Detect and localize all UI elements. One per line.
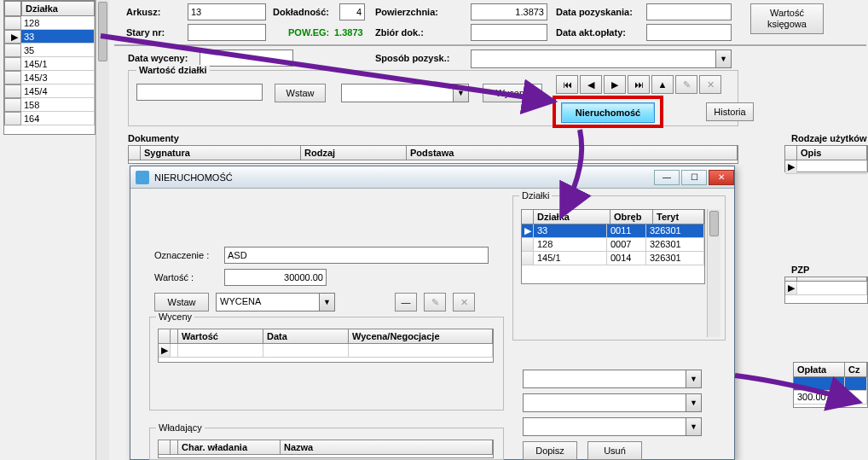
chevron-down-icon[interactable]: ▼ <box>715 50 731 67</box>
wartosc-ksiegowa-button[interactable]: Wartość księgowa <box>750 3 824 34</box>
parcel-row[interactable]: 158 <box>21 98 95 112</box>
dialog-wstaw-button[interactable]: Wstaw <box>154 293 209 312</box>
wartosc-input[interactable] <box>224 269 327 286</box>
arkusz-input[interactable] <box>188 3 266 20</box>
col-data[interactable]: Data <box>263 329 349 344</box>
data-akt-label: Data akt.opłaty: <box>556 27 626 38</box>
close-button[interactable]: ✕ <box>709 170 734 185</box>
col-obreb[interactable]: Obręb <box>610 210 653 224</box>
powierzchnia-input[interactable] <box>471 3 547 20</box>
col-cz[interactable]: Cz <box>845 363 867 377</box>
poweg-label: POW.EG: <box>288 27 329 38</box>
dialog-combo-3[interactable]: ▼ <box>523 417 702 436</box>
grid-corner <box>522 210 534 224</box>
wladajacy-group-label: Władający <box>156 422 205 433</box>
parcel-scrollbar[interactable] <box>95 0 109 460</box>
stary-nr-input[interactable] <box>188 24 266 41</box>
oplata-grid[interactable]: Opłata Cz 300.00 <box>793 362 868 408</box>
parcel-row[interactable]: 164 <box>21 112 95 125</box>
parcel-row-selected[interactable]: 33 <box>21 30 95 44</box>
parcel-header: Działka <box>21 1 95 16</box>
col-oplata[interactable]: Opłata <box>794 363 845 377</box>
zbior-dok-input[interactable] <box>471 24 547 41</box>
nav-next-button[interactable]: ▶ <box>604 75 626 94</box>
dzialki-grid[interactable]: Działka Obręb Teryt ▶ 33 0011 326301 128… <box>521 209 705 284</box>
col-wartosc[interactable]: Wartość <box>178 329 263 344</box>
col-opis[interactable]: Opis <box>797 146 867 160</box>
dzialki-row[interactable]: ▶ 33 0011 326301 <box>522 224 704 238</box>
historia-button[interactable]: Historia <box>706 102 754 121</box>
dialog-titlebar[interactable]: NIERUCHOMOŚĆ — ☐ ✕ <box>130 166 734 189</box>
col-dzialka[interactable]: Działka <box>534 210 610 224</box>
pzp-grid[interactable]: ▶ <box>784 277 868 304</box>
data-pozyskania-input[interactable] <box>646 3 732 20</box>
nav-close-button[interactable]: ✕ <box>699 75 721 94</box>
nav-prev-button[interactable]: ◀ <box>580 75 602 94</box>
dokumenty-label: Dokumenty <box>128 133 179 143</box>
maximize-button[interactable]: ☐ <box>681 170 707 185</box>
dzialki-scrollbar[interactable] <box>707 209 720 337</box>
edit-button[interactable]: ✎ <box>424 293 446 312</box>
minimize-button[interactable]: — <box>654 170 680 185</box>
parcel-row[interactable]: 145/1 <box>21 57 95 71</box>
sposob-pozysk-combo[interactable]: ▼ <box>471 49 732 68</box>
parcel-row[interactable]: 145/4 <box>21 84 95 98</box>
chevron-down-icon[interactable]: ▼ <box>686 394 701 411</box>
cancel-button[interactable]: ✕ <box>453 293 475 312</box>
chevron-down-icon[interactable]: ▼ <box>319 294 334 311</box>
col-nazwa[interactable]: Nazwa <box>281 440 493 455</box>
parcel-table[interactable]: Działka 128 ▶ 33 35 145/1 145/3 145/4 15… <box>3 0 95 135</box>
oznaczenie-label: Oznaczenie : <box>154 250 209 260</box>
col-teryt[interactable]: Teryt <box>653 210 704 224</box>
dzialki-row[interactable]: 128 0007 326301 <box>522 238 704 252</box>
powierzchnia-label: Powierzchnia: <box>375 7 438 17</box>
dokumenty-grid[interactable]: Sygnatura Rodzaj Podstawa <box>128 145 738 164</box>
nav-edit-button[interactable]: ✎ <box>675 75 697 94</box>
chevron-down-icon[interactable]: ▼ <box>686 370 701 387</box>
wycena-combo[interactable]: WYCENA ▼ <box>216 293 335 312</box>
arkusz-label: Arkusz: <box>126 7 160 17</box>
wartosc-combo[interactable]: ▼ <box>341 84 469 102</box>
data-wyceny-input[interactable] <box>200 49 293 67</box>
wartosc-dzialki-input[interactable] <box>136 84 263 101</box>
chevron-down-icon[interactable]: ▼ <box>453 84 468 102</box>
chevron-down-icon[interactable]: ▼ <box>686 418 701 435</box>
wyceny-row[interactable]: ▶ <box>159 344 493 358</box>
dialog-combo-1[interactable]: ▼ <box>523 370 702 388</box>
app-icon <box>136 171 149 184</box>
col-rodzaj[interactable]: Rodzaj <box>301 146 407 160</box>
parcel-row[interactable]: 128 <box>21 16 95 30</box>
oznaczenie-input[interactable] <box>224 247 489 264</box>
col-sygnatura[interactable]: Sygnatura <box>141 146 301 160</box>
nav-first-button[interactable]: ⏮ <box>556 75 578 94</box>
wladajacy-grid[interactable]: Char. władania Nazwa <box>158 440 494 458</box>
usun-button[interactable]: Usuń <box>587 441 642 460</box>
nav-last-button[interactable]: ⏭ <box>628 75 650 94</box>
parcel-row[interactable]: 145/3 <box>21 71 95 84</box>
wyceny-grid[interactable]: Wartość Data Wycena/Negocjacje ▶ <box>158 329 494 363</box>
wartosc-dzialki-group-label: Wartość działki <box>136 65 210 75</box>
wyceny-button[interactable]: Wyceny <box>483 84 542 102</box>
dialog-title: NIERUCHOMOŚĆ <box>154 172 233 183</box>
nav-up-button[interactable]: ▲ <box>651 75 674 94</box>
dopisz-button[interactable]: Dopisz <box>523 441 577 460</box>
rodzaje-uzytkow-grid[interactable]: Opis ▶ <box>784 145 868 172</box>
wyceny-group-label: Wyceny <box>156 312 194 322</box>
parcel-row[interactable]: 35 <box>21 44 95 57</box>
col-wn[interactable]: Wycena/Negocjacje <box>349 329 493 344</box>
dialog-combo-2[interactable]: ▼ <box>523 393 702 412</box>
stary-nr-label: Stary nr: <box>126 27 165 38</box>
remove-button[interactable]: — <box>395 293 417 312</box>
nieruchomosc-button[interactable]: Nieruchomość <box>561 102 655 123</box>
oplata-value[interactable]: 300.00 <box>794 391 845 405</box>
wstaw-button[interactable]: Wstaw <box>275 84 326 102</box>
data-wyceny-label: Data wyceny: <box>128 53 188 63</box>
dzialki-row[interactable]: 145/1 0014 326301 <box>522 252 704 265</box>
nieruchomosc-dialog: NIERUCHOMOŚĆ — ☐ ✕ Działki Działka Obręb… <box>130 166 735 460</box>
dzialki-group-label: Działki <box>519 190 552 201</box>
data-akt-input[interactable] <box>646 24 732 41</box>
col-char[interactable]: Char. władania <box>178 440 281 455</box>
col-podstawa[interactable]: Podstawa <box>407 146 738 160</box>
dokladnosc-input[interactable] <box>339 3 365 20</box>
poweg-value: 1.3873 <box>334 27 363 38</box>
